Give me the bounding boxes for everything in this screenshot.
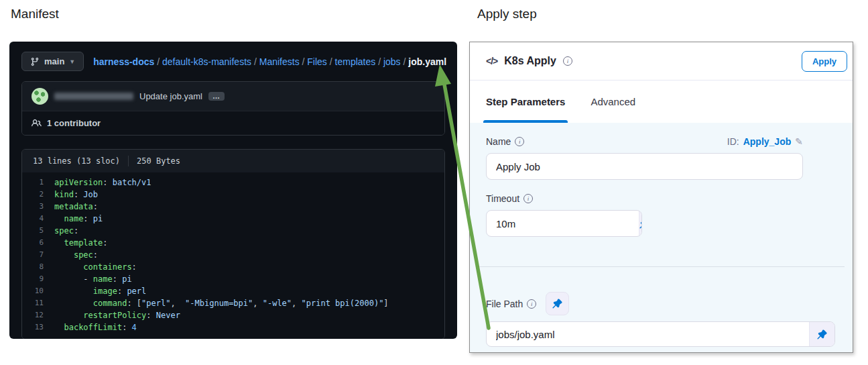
line-number: 3 (22, 201, 54, 213)
code-line: 13 backoffLimit: 4 (22, 321, 444, 333)
code-line-content: template: (54, 237, 107, 249)
breadcrumb-segment-link[interactable]: Manifests (259, 56, 300, 67)
code-line-content: kind: Job (54, 189, 98, 201)
file-content-box: 13 lines (13 sloc) 250 Bytes 1apiVersion… (21, 149, 445, 339)
breadcrumb-segment-link[interactable]: templates (335, 56, 376, 67)
code-token: : (117, 286, 127, 296)
line-number: 2 (22, 189, 54, 201)
code-line-content: containers: (54, 261, 137, 273)
code-token: batch/v1 (113, 178, 151, 187)
code-token: spec (74, 250, 93, 260)
timeout-label: Timeout (486, 193, 519, 204)
pin-icon (639, 219, 642, 229)
screenshot-stage: Manifest Apply step main ▼ harness-docs … (0, 0, 868, 365)
code-token: command (93, 299, 127, 308)
breadcrumb-segment-link[interactable]: Files (307, 56, 327, 67)
breadcrumb-separator: / (401, 56, 409, 67)
code-token: , (253, 299, 262, 308)
code-viewer[interactable]: 1apiVersion: batch/v12kind: Job3metadata… (22, 172, 444, 339)
code-token: perl (127, 286, 146, 296)
pin-icon (552, 299, 562, 309)
file-path-input-pin-button[interactable] (809, 322, 834, 346)
id-value-link[interactable]: Apply_Job (743, 136, 792, 147)
code-token: , (170, 299, 185, 308)
file-path-input[interactable] (487, 322, 809, 346)
timeout-info-icon[interactable]: i (523, 194, 533, 203)
code-line: 3metadata: (22, 201, 444, 213)
code-token: : (132, 262, 137, 272)
meta-divider (128, 156, 129, 166)
github-top-row: main ▼ harness-docs / default-k8s-manife… (21, 52, 445, 71)
code-token: : (83, 214, 92, 223)
apply-changes-button[interactable]: Apply (802, 51, 847, 72)
breadcrumb-repo-link[interactable]: harness-docs (93, 56, 154, 67)
chevron-down-icon: ▼ (69, 58, 75, 65)
code-line: 4 name: pi (22, 213, 444, 225)
file-path-label-row: File Path i (486, 292, 836, 315)
git-branch-icon (30, 57, 40, 66)
github-file-panel: main ▼ harness-docs / default-k8s-manife… (9, 42, 457, 339)
code-line: 8 containers: (22, 261, 444, 273)
code-token: : (74, 226, 78, 236)
code-token: "-wle" (263, 299, 292, 308)
tab-advanced[interactable]: Advanced (591, 81, 635, 123)
code-token: name (64, 214, 83, 223)
breadcrumb-segment-link[interactable]: default-k8s-manifests (162, 56, 251, 67)
line-number: 10 (22, 285, 54, 297)
info-icon[interactable]: i (563, 56, 572, 66)
code-line: 1apiVersion: batch/v1 (22, 176, 444, 189)
code-token: 4 (132, 323, 137, 332)
code-line-content: restartPolicy: Never (54, 309, 180, 321)
code-line: 9 - name: pi (22, 273, 444, 285)
name-info-icon[interactable]: i (515, 137, 524, 146)
commit-row: Update job.yaml … (22, 82, 444, 111)
code-token: template (64, 238, 103, 248)
avatar[interactable] (32, 88, 48, 105)
edit-id-pencil-icon[interactable]: ✎ (795, 136, 803, 147)
code-line-content: - name: pi (54, 273, 132, 285)
name-label-row: Name i (486, 136, 524, 147)
file-path-info-icon[interactable]: i (527, 299, 536, 309)
code-token: Job (83, 190, 98, 199)
code-line: 6 template: (22, 237, 444, 249)
breadcrumb-segment-link[interactable]: jobs (383, 56, 401, 67)
contributors-row[interactable]: 1 contributor (22, 111, 444, 135)
code-line: 11 command: ["perl", "-Mbignum=bpi", "-w… (22, 297, 444, 309)
code-line-content: backoffLimit: 4 (54, 321, 137, 333)
tab-step-parameters[interactable]: Step Parameters (486, 81, 565, 123)
breadcrumb-current-file: job.yaml (408, 56, 446, 67)
code-line-content: spec: (54, 249, 98, 261)
pin-icon (817, 329, 827, 340)
breadcrumb-separator: / (154, 56, 162, 67)
code-line: 10 image: perl (22, 285, 444, 297)
code-token: pi (122, 274, 131, 284)
line-number: 13 (22, 321, 54, 333)
code-line: 2kind: Job (22, 189, 444, 201)
name-input[interactable] (487, 154, 802, 179)
line-number: 5 (22, 225, 54, 237)
code-token: backoffLimit (64, 323, 122, 332)
branch-selector-button[interactable]: main ▼ (21, 52, 84, 71)
code-token: : [ (127, 299, 141, 308)
code-token: apiVersion (54, 178, 103, 187)
code-line-content: command: ["perl", "-Mbignum=bpi", "-wle"… (54, 297, 389, 309)
breadcrumb: harness-docs / default-k8s-manifests / M… (93, 56, 446, 67)
timeout-input[interactable] (487, 211, 639, 236)
commit-message[interactable]: Update job.yaml (139, 91, 202, 101)
code-token: : (103, 238, 107, 248)
code-step-icon: </> (486, 56, 497, 66)
code-line-content: name: pi (54, 213, 103, 225)
commit-more-button[interactable]: … (208, 92, 225, 101)
line-number: 9 (22, 273, 54, 285)
code-line-content: spec: (54, 225, 78, 237)
apply-step-section-title: Apply step (477, 7, 537, 21)
code-token: : (113, 274, 122, 284)
file-path-field (486, 321, 835, 347)
timeout-pin-button[interactable] (639, 211, 642, 236)
file-path-label-group: File Path i (486, 299, 536, 309)
timeout-label-row: Timeout i (486, 193, 836, 204)
file-path-pin-button[interactable] (546, 292, 569, 315)
line-number: 12 (22, 309, 54, 321)
code-line: 5spec: (22, 225, 444, 237)
code-token: image (93, 286, 117, 296)
